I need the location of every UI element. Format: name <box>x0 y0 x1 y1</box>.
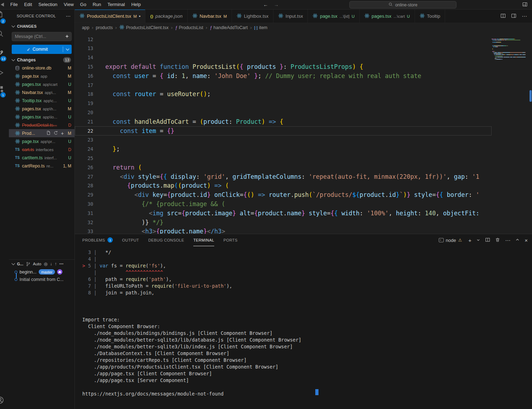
command-center-search[interactable]: online-store <box>349 1 456 9</box>
commit-dropdown-button[interactable] <box>63 49 72 50</box>
code-line[interactable]: 21 const handleAddToCart = (product: Pro… <box>75 117 492 126</box>
commit-row[interactable]: beginn...master <box>9 268 74 276</box>
maximize-panel-button[interactable] <box>515 238 520 243</box>
code-line[interactable]: 26 return ( <box>75 163 492 172</box>
new-terminal-button[interactable]: + <box>468 238 471 243</box>
code-line[interactable]: 25 <box>75 154 492 163</box>
code-line[interactable]: 12 <box>75 35 492 44</box>
pull-icon[interactable]: ↓ <box>50 261 52 266</box>
code-editor[interactable]: 1112131415export default function Produc… <box>75 32 532 234</box>
account-icon[interactable] <box>0 396 4 404</box>
commit-message-input[interactable] <box>12 32 72 41</box>
code-line[interactable]: 19 <box>75 99 492 108</box>
panel-tab-output[interactable]: OUTPUT <box>122 234 139 246</box>
menu-edit[interactable]: Edit <box>21 0 35 9</box>
scm-file-row[interactable]: pages.tsxapp\h...M <box>9 105 74 113</box>
scm-file-row[interactable]: Navbar.tsxapp\...M <box>9 88 74 96</box>
menu-help[interactable]: Help <box>128 0 144 9</box>
code-line[interactable]: 14 <box>75 53 492 62</box>
code-line[interactable]: 33 <h3>{product.name}</h3> <box>75 227 492 234</box>
scm-file-row[interactable]: online-store.dbM <box>9 64 74 72</box>
scm-changes-section-header[interactable]: CHANGES <box>9 22 74 31</box>
commit-row[interactable]: Initial commit from C... <box>9 276 74 283</box>
code-line[interactable]: 31 <img src={product.image} alt={product… <box>75 209 492 218</box>
code-line[interactable]: 32 )} */} <box>75 218 492 227</box>
menu-run[interactable]: Run <box>89 0 104 9</box>
graph-auto-toggle[interactable]: Auto <box>33 262 41 266</box>
breadcrumb-item[interactable]: app <box>82 25 89 30</box>
panel-tab-debug-console[interactable]: DEBUG CONSOLE <box>148 234 184 246</box>
panel-more-actions-button[interactable]: ⋯ <box>505 238 510 243</box>
discard-changes-icon[interactable] <box>54 131 58 136</box>
scm-file-row[interactable]: Tooltip.tsxapp\c...U <box>9 96 74 105</box>
tab-input-tsx[interactable]: Input.tsx <box>273 10 308 23</box>
panel-tab-terminal[interactable]: TERMINAL <box>193 234 214 246</box>
editor-more-actions-button[interactable]: ⋯ <box>522 13 527 20</box>
code-line[interactable]: 15export default function ProductsList({… <box>75 62 492 71</box>
open-file-icon[interactable] <box>46 131 51 136</box>
kill-terminal-button[interactable] <box>495 237 500 243</box>
tab-productslistclient-tsx[interactable]: ProductsListClient.tsxM● <box>75 10 145 23</box>
terminal-link[interactable]: https://nextjs.org/docs/messages/module-… <box>82 391 531 397</box>
stage-changes-icon[interactable]: + <box>61 132 64 135</box>
code-line[interactable]: 13 <box>75 44 492 53</box>
customize-layout-button[interactable] <box>522 2 528 8</box>
scm-more-actions-button[interactable]: ⋯ <box>66 13 71 19</box>
editor-layout-button[interactable] <box>511 13 516 20</box>
editor-scrollbar[interactable] <box>529 32 532 234</box>
close-panel-button[interactable]: × <box>525 238 528 243</box>
scm-file-row[interactable]: page.tsxapp\pr...U <box>9 137 74 145</box>
push-icon[interactable]: ↑ <box>55 261 57 266</box>
split-terminal-button[interactable] <box>485 237 490 243</box>
scm-file-row[interactable]: Prod...+M <box>9 129 74 137</box>
scm-file-row[interactable]: TScartRepo.tsre...1, M <box>9 162 74 170</box>
menu-file[interactable]: File <box>7 0 21 9</box>
dirty-indicator-icon[interactable]: ● <box>139 15 141 18</box>
breadcrumb-item[interactable]: ProductsListClient.tsx <box>119 24 168 31</box>
scm-file-row[interactable]: TScart.tsinterfacesD <box>9 145 74 154</box>
menu-view[interactable]: View <box>61 0 77 9</box>
graph-more-actions-icon[interactable]: ⋯ <box>59 261 63 266</box>
breadcrumb-item[interactable]: ƒProductsList <box>175 25 203 30</box>
current-code-line[interactable]: 22 const item = {} <box>75 126 492 136</box>
terminal-instance-tab[interactable]: > node ⚠ <box>439 238 462 243</box>
commit-button[interactable]: ✓ Commit <box>12 45 72 54</box>
code-line[interactable]: 23 <box>75 136 492 145</box>
code-line[interactable]: 18 const router = useRouter(); <box>75 90 492 99</box>
code-line[interactable]: 29 <div key={product.id} onClick={() => … <box>75 190 492 199</box>
tab-lightbox-tsx[interactable]: Lightbox.tsx <box>232 10 273 23</box>
panel-tab-ports[interactable]: PORTS <box>223 234 238 246</box>
graph-section-header[interactable]: G... Auto ◎ ↓ ↑ ⋯ <box>9 260 74 268</box>
code-line[interactable]: 17 <box>75 81 492 90</box>
code-line[interactable]: 11 <box>75 32 492 35</box>
tab-package-json[interactable]: {}package.json <box>145 10 187 23</box>
menu-terminal[interactable]: Terminal <box>104 0 128 9</box>
code-line[interactable]: 27 <div style={{ display: 'grid', gridTe… <box>75 172 492 181</box>
breadcrumb-item[interactable]: products <box>96 25 113 30</box>
fetch-icon[interactable]: ◎ <box>44 261 47 266</box>
changes-group-header[interactable]: Changes 13 <box>9 56 74 64</box>
menu-selection[interactable]: Selection <box>35 0 60 9</box>
terminal-profile-dropdown[interactable] <box>476 238 480 243</box>
explorer-icon[interactable] <box>0 10 4 18</box>
scm-file-row[interactable]: ProductDetail.ts...D <box>9 121 74 129</box>
tab-pages-tsx[interactable]: pages.tsx...\cartU <box>360 10 415 23</box>
branch-picker-icon[interactable] <box>26 262 31 266</box>
copilot-sparkle-icon[interactable] <box>65 34 70 40</box>
forward-button[interactable]: → <box>274 0 279 9</box>
tab-page-tsx[interactable]: page.tsx...\[id]U <box>308 10 360 23</box>
panel-tab-problems[interactable]: PROBLEMS1 <box>82 234 113 246</box>
code-line[interactable]: 28 {products.map((product) => ( <box>75 181 492 190</box>
tab-tooltip[interactable]: Tooltip <box>415 10 445 23</box>
scm-file-row[interactable]: pages.tsxapp\lo...U <box>9 113 74 121</box>
split-editor-button[interactable] <box>500 13 506 20</box>
tab-navbar-tsx[interactable]: Navbar.tsxM <box>188 10 232 23</box>
breadcrumb-item[interactable]: [·]item <box>254 25 267 30</box>
terminal-output[interactable]: 3 | */ 4 |> 5 | var fs = require('fs'), … <box>82 249 531 397</box>
run-debug-icon[interactable] <box>0 68 4 77</box>
minimap[interactable] <box>492 34 529 60</box>
scm-file-row[interactable]: page.tsxappM <box>9 72 74 80</box>
scm-file-row[interactable]: pages.tsxapp\cartU <box>9 80 74 88</box>
back-button[interactable]: ← <box>263 0 268 9</box>
code-line[interactable]: 16 const user = { id: 1, name: 'John Doe… <box>75 71 492 81</box>
